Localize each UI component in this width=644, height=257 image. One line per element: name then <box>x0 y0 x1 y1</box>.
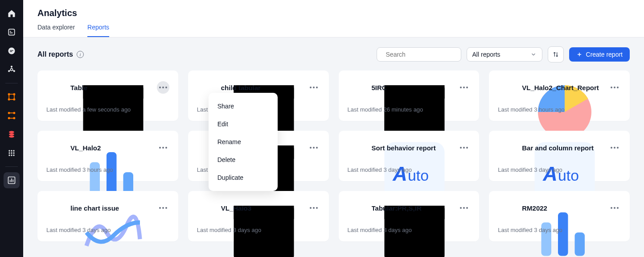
report-type-icon <box>498 199 516 217</box>
card-more-button[interactable] <box>308 202 320 214</box>
card-more-button[interactable] <box>157 81 169 94</box>
svg-point-26 <box>13 154 14 156</box>
sidebar-divider <box>5 83 18 83</box>
svg-point-14 <box>13 117 15 119</box>
search-input-wrapper[interactable] <box>377 47 461 62</box>
svg-point-21 <box>8 152 10 153</box>
card-more-button[interactable] <box>157 202 169 214</box>
svg-rect-0 <box>8 29 14 35</box>
report-card[interactable]: child tabular Last mo ShareEditRenameDel… <box>188 70 329 121</box>
report-name: Tabular:PR,S,IR <box>372 204 452 212</box>
nav-analytics[interactable] <box>4 172 20 188</box>
report-modified: Last modified 3 days ago <box>498 166 621 173</box>
tabs: Data explorer Reports <box>37 24 630 37</box>
dots-icon <box>611 207 619 209</box>
tab-data-explorer[interactable]: Data explorer <box>37 24 75 37</box>
dots-icon <box>159 207 167 209</box>
context-item-delete[interactable]: Delete <box>209 151 278 169</box>
report-name: VL_Halo2 <box>70 144 151 152</box>
sort-icon <box>552 51 559 58</box>
svg-point-15 <box>9 131 14 133</box>
nav-users[interactable] <box>4 62 20 78</box>
search-input[interactable] <box>386 51 464 58</box>
dots-icon <box>310 207 318 209</box>
report-modified: Last modified 26 minutes ago <box>348 106 471 113</box>
svg-point-16 <box>9 133 14 136</box>
nav-database[interactable] <box>4 126 20 142</box>
tab-reports[interactable]: Reports <box>87 24 109 37</box>
report-type-icon <box>46 79 64 96</box>
report-card[interactable]: VL_Halo3 Last modified 3 days ago <box>188 191 329 241</box>
report-card[interactable]: RM2022 Last modified 3 days ago <box>489 191 630 241</box>
nav-cards[interactable] <box>4 24 20 40</box>
report-modified: Last modified 3 days ago <box>46 227 169 233</box>
svg-point-20 <box>13 150 14 151</box>
create-report-button[interactable]: Create report <box>569 47 630 62</box>
svg-point-19 <box>11 150 12 151</box>
nav-apps[interactable] <box>4 145 20 161</box>
report-type-icon <box>46 199 64 217</box>
info-icon[interactable]: i <box>77 51 84 58</box>
section-title: All reports <box>37 50 73 58</box>
card-more-button[interactable] <box>608 81 621 94</box>
context-item-duplicate[interactable]: Duplicate <box>209 169 278 187</box>
report-card[interactable]: Bar and column report Last modified 3 da… <box>489 131 630 181</box>
card-more-button[interactable] <box>608 202 621 214</box>
sort-button[interactable] <box>548 46 564 62</box>
filter-dropdown[interactable]: All reports <box>467 47 542 62</box>
card-more-button[interactable] <box>608 141 621 154</box>
report-modified: Last modified a few seconds ago <box>46 106 169 113</box>
page-header: Analytics Data explorer Reports <box>23 0 644 37</box>
card-more-button[interactable] <box>157 141 169 154</box>
card-more-button[interactable] <box>308 81 320 94</box>
report-type-icon <box>498 79 516 96</box>
report-name: RM2022 <box>522 204 602 212</box>
svg-point-18 <box>8 150 10 151</box>
filter-selected: All reports <box>472 51 500 58</box>
report-card[interactable]: VL_Halo2_Chart_Report Last modified 3 ho… <box>489 70 630 121</box>
nav-model-2[interactable] <box>4 108 20 124</box>
svg-point-12 <box>13 112 15 114</box>
svg-point-11 <box>8 112 10 114</box>
report-card[interactable]: Table Last modified a few seconds ago <box>37 70 178 121</box>
report-modified: Last modified 3 days ago <box>197 227 320 233</box>
dots-icon <box>159 147 167 149</box>
svg-point-8 <box>13 94 15 95</box>
report-card[interactable]: Sort behavior report Last modified 3 day… <box>339 131 480 181</box>
report-name: VL_Halo3 <box>221 204 301 212</box>
svg-point-22 <box>11 152 12 153</box>
report-card[interactable]: 5IRC Last modified 26 minutes ago <box>339 70 480 121</box>
report-card[interactable]: line chart issue Last modified 3 days ag… <box>37 191 178 241</box>
nav-home[interactable] <box>4 5 20 21</box>
report-modified: Last modified 3 days ago <box>348 227 471 233</box>
svg-point-25 <box>11 154 12 156</box>
report-name: VL_Halo2_Chart_Report <box>522 84 602 91</box>
report-type-icon <box>348 199 365 217</box>
nav-model-1[interactable] <box>4 89 20 105</box>
sidebar-divider-2 <box>5 166 18 167</box>
chevron-down-icon <box>530 51 537 58</box>
card-more-button[interactable] <box>308 141 320 154</box>
report-card[interactable]: Tabular:PR,S,IR Last modified 3 days ago <box>339 191 480 241</box>
report-name: Table <box>70 84 151 91</box>
dots-icon <box>460 207 468 209</box>
report-name: Bar and column report <box>522 144 602 152</box>
context-menu: ShareEditRenameDeleteDuplicate <box>209 93 278 191</box>
context-item-rename[interactable]: Rename <box>209 133 278 151</box>
report-type-icon <box>348 139 365 157</box>
create-report-label: Create report <box>586 51 623 58</box>
nav-chat[interactable] <box>4 43 20 59</box>
report-modified: Last modified 3 days ago <box>498 227 621 233</box>
report-name: Sort behavior report <box>372 144 452 152</box>
dots-icon <box>460 147 468 149</box>
report-type-icon <box>46 139 64 157</box>
dots-icon <box>460 87 468 88</box>
context-item-edit[interactable]: Edit <box>209 115 278 133</box>
svg-point-9 <box>8 99 10 100</box>
svg-point-2 <box>11 69 13 71</box>
report-card[interactable]: VL_Halo2 Last modified 3 hours ago <box>37 131 178 181</box>
report-type-icon <box>348 79 365 96</box>
report-name: child tabular <box>221 84 301 91</box>
context-item-share[interactable]: Share <box>209 97 278 115</box>
svg-point-23 <box>13 152 14 153</box>
